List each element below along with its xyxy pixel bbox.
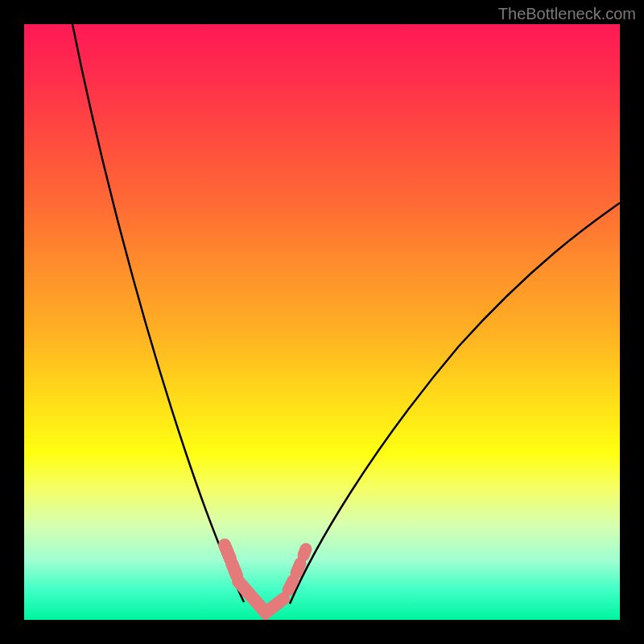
chart-curve-left — [72, 24, 244, 602]
chart-plot-area — [24, 24, 620, 620]
marker-group-right — [288, 549, 306, 590]
chart-curve-right — [290, 203, 620, 604]
chart-svg — [24, 24, 620, 620]
watermark-text: TheBottleneck.com — [498, 5, 636, 23]
marker-group-left — [225, 545, 283, 613]
